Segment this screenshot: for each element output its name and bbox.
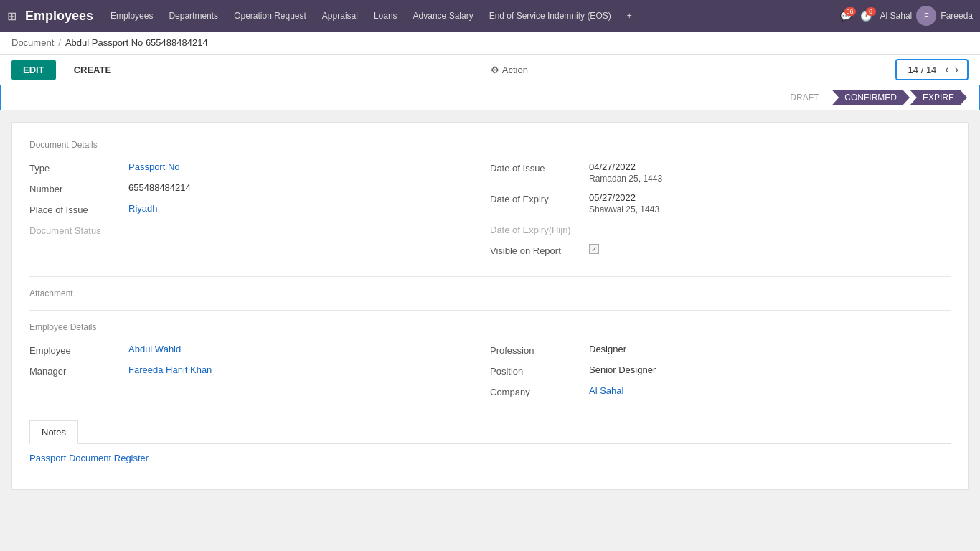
type-row: Type Passport No (29, 161, 476, 174)
form-right: Date of Issue 04/27/2022 Ramadan 25, 144… (490, 161, 951, 265)
checkbox-icon: ✓ (591, 245, 597, 253)
number-value: 655488484214 (128, 182, 191, 193)
visible-row: Visible on Report ✓ (490, 244, 936, 256)
avatar: F (916, 6, 936, 26)
number-row: Number 655488484214 (29, 182, 476, 194)
status-steps: DRAFT CONFIRMED EXPIRE (777, 90, 967, 105)
profession-row: Profession Designer (490, 344, 936, 356)
employee-details-grid: Employee Abdul Wahid Manager Fareeda Han… (29, 344, 951, 406)
messages-icon[interactable]: 💬 36 (840, 11, 852, 22)
employee-label: Employee (29, 344, 123, 356)
grid-icon[interactable]: ⊞ (7, 9, 17, 23)
employee-details-title: Employee Details (29, 322, 951, 332)
nav-item-departments[interactable]: Departments (163, 8, 224, 24)
activities-icon[interactable]: 🕐 6 (860, 11, 872, 22)
visible-checkbox[interactable]: ✓ (589, 244, 599, 254)
pagination-prev[interactable]: ‹ (942, 63, 951, 76)
place-label: Place of Issue (29, 203, 123, 215)
nav-item-plus[interactable]: + (621, 8, 638, 24)
company-name: Al Sahal (880, 11, 913, 21)
breadcrumb-separator: / (58, 37, 61, 48)
company-value[interactable]: Al Sahal (589, 385, 623, 396)
form-card: Document Details Type Passport No Number… (11, 122, 969, 490)
date-expiry-hijri-label: Date of Expiry(Hijri) (490, 223, 583, 235)
profession-label: Profession (490, 344, 583, 356)
tabs-bar: Notes (29, 420, 951, 444)
nav-item-employees[interactable]: Employees (105, 8, 159, 24)
status-expire[interactable]: EXPIRE (910, 90, 967, 105)
employee-form-right: Profession Designer Position Senior Desi… (490, 344, 951, 406)
pagination-next[interactable]: › (952, 63, 961, 76)
divider-1 (29, 276, 951, 277)
main-content: Document Details Type Passport No Number… (0, 110, 980, 501)
navbar: ⊞ Employees Employees Departments Operat… (0, 0, 980, 32)
action-menu[interactable]: ⚙ Action (491, 65, 528, 75)
company-row: Company Al Sahal (490, 385, 936, 397)
nav-item-loans[interactable]: Loans (368, 8, 403, 24)
position-value: Senior Designer (589, 364, 656, 375)
manager-label: Manager (29, 364, 123, 377)
edit-button[interactable]: EDIT (11, 60, 56, 80)
type-value[interactable]: Passport No (128, 161, 180, 172)
breadcrumb-parent[interactable]: Document (11, 37, 54, 48)
status-row: Document Status (29, 224, 476, 236)
activities-badge: 6 (866, 7, 876, 16)
employee-row: Employee Abdul Wahid (29, 344, 476, 356)
employee-form-left: Employee Abdul Wahid Manager Fareeda Han… (29, 344, 490, 406)
nav-item-advance-salary[interactable]: Advance Salary (407, 8, 479, 24)
position-row: Position Senior Designer (490, 364, 936, 377)
document-details-title: Document Details (29, 140, 951, 150)
tab-notes[interactable]: Notes (29, 420, 78, 444)
date-expiry-group: 05/27/2022 Shawwal 25, 1443 (589, 192, 659, 215)
pagination-info: 14 / 14 (903, 65, 943, 75)
date-issue-value: 04/27/2022 (589, 161, 662, 172)
date-issue-group: 04/27/2022 Ramadan 25, 1443 (589, 161, 662, 184)
date-expiry-value: 05/27/2022 (589, 192, 659, 203)
user-info[interactable]: Al Sahal F Fareeda (880, 6, 973, 26)
pagination-box: 14 / 14 ‹ › (895, 59, 969, 80)
date-issue-label: Date of Issue (490, 161, 583, 174)
date-issue-hijri: Ramadan 25, 1443 (589, 174, 662, 184)
visible-label: Visible on Report (490, 244, 583, 256)
create-button[interactable]: CREATE (62, 60, 123, 80)
employee-section: Employee Details Employee Abdul Wahid Ma… (29, 322, 951, 406)
date-expiry-hijri-row: Date of Expiry(Hijri) (490, 223, 936, 235)
divider-2 (29, 310, 951, 311)
status-label: Document Status (29, 224, 123, 236)
breadcrumb-current: Abdul Passport No 655488484214 (65, 37, 208, 48)
nav-item-operation-request[interactable]: Operation Request (228, 8, 312, 24)
date-expiry-label: Date of Expiry (490, 192, 583, 204)
nav-item-eos[interactable]: End of Service Indemnity (EOS) (484, 8, 617, 24)
messages-badge: 36 (844, 7, 856, 16)
attachment-section: Attachment (29, 288, 951, 298)
attachment-title: Attachment (29, 288, 951, 298)
nav-item-appraisal[interactable]: Appraisal (316, 8, 364, 24)
app-brand: Employees (25, 9, 93, 24)
place-value[interactable]: Riyadh (128, 203, 157, 214)
date-expiry-row: Date of Expiry 05/27/2022 Shawwal 25, 14… (490, 192, 936, 215)
position-label: Position (490, 364, 583, 377)
date-issue-row: Date of Issue 04/27/2022 Ramadan 25, 144… (490, 161, 936, 184)
action-bar: EDIT CREATE ⚙ Action 14 / 14 ‹ › (0, 55, 980, 85)
gear-icon: ⚙ (491, 65, 499, 75)
status-draft[interactable]: DRAFT (777, 90, 831, 105)
company-label: Company (490, 385, 583, 397)
number-label: Number (29, 182, 123, 194)
manager-value[interactable]: Fareeda Hanif Khan (128, 364, 212, 375)
status-confirmed[interactable]: CONFIRMED (831, 90, 910, 105)
employee-value[interactable]: Abdul Wahid (128, 344, 181, 354)
date-expiry-hijri: Shawwal 25, 1443 (589, 204, 659, 215)
notes-content[interactable]: Passport Document Register (29, 444, 951, 472)
status-bar: DRAFT CONFIRMED EXPIRE (0, 85, 980, 110)
place-row: Place of Issue Riyadh (29, 203, 476, 215)
breadcrumb: Document / Abdul Passport No 65548848421… (0, 32, 980, 55)
action-label: Action (502, 65, 528, 75)
manager-row: Manager Fareeda Hanif Khan (29, 364, 476, 377)
profession-value: Designer (589, 344, 626, 354)
type-label: Type (29, 161, 123, 174)
form-left: Type Passport No Number 655488484214 Pla… (29, 161, 490, 265)
user-name: Fareeda (941, 11, 973, 21)
nav-icons: 💬 36 🕐 6 Al Sahal F Fareeda (840, 6, 973, 26)
document-details-grid: Type Passport No Number 655488484214 Pla… (29, 161, 951, 265)
